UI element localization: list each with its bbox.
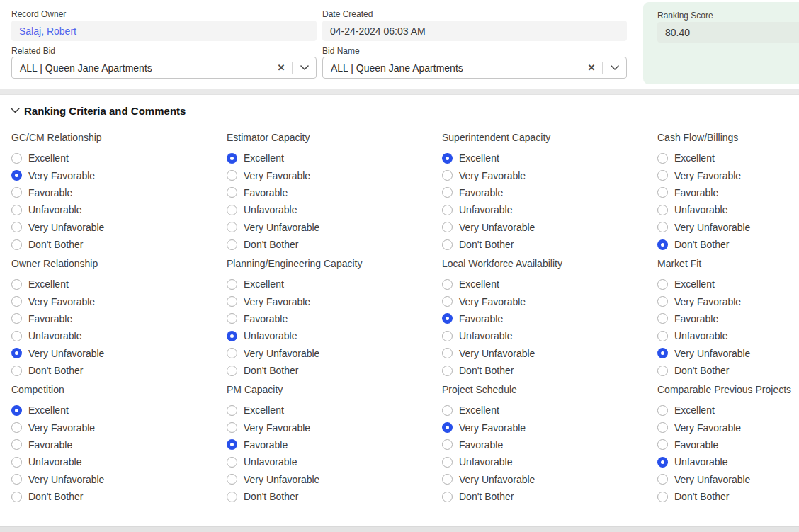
radio-icon[interactable] <box>442 239 453 250</box>
radio-option-don-t-bother[interactable]: Don't Bother <box>227 488 442 505</box>
radio-option-don-t-bother[interactable]: Don't Bother <box>11 488 227 505</box>
chevron-down-icon[interactable] <box>293 65 316 70</box>
radio-option-unfavorable[interactable]: Unfavorable <box>11 327 227 344</box>
radio-icon[interactable] <box>442 187 453 198</box>
radio-option-unfavorable[interactable]: Unfavorable <box>227 201 442 218</box>
radio-icon[interactable] <box>11 296 22 307</box>
radio-option-excellent[interactable]: Excellent <box>227 149 442 166</box>
radio-icon[interactable] <box>442 474 453 485</box>
radio-option-excellent[interactable]: Excellent <box>657 402 799 419</box>
bid-name-input[interactable]: ALL | Queen Jane Apartments <box>323 62 581 74</box>
radio-icon[interactable] <box>442 457 453 468</box>
radio-option-unfavorable[interactable]: Unfavorable <box>657 327 799 344</box>
radio-icon[interactable] <box>11 153 22 164</box>
radio-option-unfavorable[interactable]: Unfavorable <box>657 201 799 218</box>
radio-icon[interactable] <box>442 331 453 341</box>
radio-option-favorable[interactable]: Favorable <box>657 436 799 453</box>
radio-option-favorable[interactable]: Favorable <box>442 184 657 201</box>
radio-option-favorable[interactable]: Favorable <box>442 310 657 327</box>
radio-icon[interactable] <box>227 222 237 232</box>
radio-option-don-t-bother[interactable]: Don't Bother <box>657 236 799 253</box>
radio-option-favorable[interactable]: Favorable <box>227 310 442 327</box>
radio-option-very-unfavorable[interactable]: Very Unfavorable <box>11 471 227 488</box>
radio-icon[interactable] <box>227 422 237 433</box>
radio-icon[interactable] <box>11 205 22 215</box>
radio-option-very-favorable[interactable]: Very Favorable <box>227 419 442 436</box>
radio-selected-icon[interactable] <box>227 439 237 450</box>
radio-option-favorable[interactable]: Favorable <box>657 184 799 201</box>
radio-option-very-unfavorable[interactable]: Very Unfavorable <box>442 219 657 236</box>
radio-icon[interactable] <box>227 170 237 181</box>
radio-icon[interactable] <box>657 222 668 232</box>
radio-option-excellent[interactable]: Excellent <box>657 276 799 293</box>
radio-option-unfavorable[interactable]: Unfavorable <box>11 201 227 218</box>
radio-icon[interactable] <box>227 474 237 485</box>
clear-icon[interactable]: ✕ <box>581 57 602 78</box>
radio-option-unfavorable[interactable]: Unfavorable <box>227 453 442 470</box>
radio-option-excellent[interactable]: Excellent <box>442 276 657 293</box>
radio-selected-icon[interactable] <box>227 153 237 164</box>
radio-option-favorable[interactable]: Favorable <box>227 184 442 201</box>
radio-option-very-unfavorable[interactable]: Very Unfavorable <box>442 471 657 488</box>
radio-icon[interactable] <box>227 296 237 307</box>
radio-option-don-t-bother[interactable]: Don't Bother <box>11 236 227 253</box>
radio-option-very-favorable[interactable]: Very Favorable <box>11 293 227 310</box>
radio-option-excellent[interactable]: Excellent <box>227 276 442 293</box>
chevron-down-icon[interactable] <box>603 65 626 70</box>
radio-option-excellent[interactable]: Excellent <box>442 402 657 419</box>
radio-icon[interactable] <box>442 205 453 215</box>
radio-icon[interactable] <box>657 492 668 502</box>
radio-option-very-favorable[interactable]: Very Favorable <box>442 419 657 436</box>
radio-icon[interactable] <box>657 187 668 198</box>
radio-icon[interactable] <box>227 279 237 290</box>
radio-option-favorable[interactable]: Favorable <box>227 436 442 453</box>
radio-option-favorable[interactable]: Favorable <box>657 310 799 327</box>
radio-icon[interactable] <box>442 366 453 376</box>
radio-icon[interactable] <box>657 331 668 341</box>
radio-icon[interactable] <box>442 279 453 290</box>
radio-icon[interactable] <box>11 279 22 290</box>
radio-icon[interactable] <box>11 366 22 376</box>
radio-option-unfavorable[interactable]: Unfavorable <box>442 453 657 470</box>
radio-option-very-favorable[interactable]: Very Favorable <box>657 166 799 183</box>
related-bid-combobox[interactable]: ALL | Queen Jane Apartments ✕ <box>11 57 317 79</box>
radio-option-very-unfavorable[interactable]: Very Unfavorable <box>657 471 799 488</box>
radio-option-don-t-bother[interactable]: Don't Bother <box>442 488 657 505</box>
radio-option-excellent[interactable]: Excellent <box>11 402 227 419</box>
radio-icon[interactable] <box>657 279 668 290</box>
radio-icon[interactable] <box>227 366 237 376</box>
radio-selected-icon[interactable] <box>442 153 453 164</box>
radio-icon[interactable] <box>227 205 237 215</box>
radio-option-favorable[interactable]: Favorable <box>11 310 227 327</box>
radio-option-favorable[interactable]: Favorable <box>442 436 657 453</box>
radio-option-very-unfavorable[interactable]: Very Unfavorable <box>227 219 442 236</box>
radio-option-very-favorable[interactable]: Very Favorable <box>227 166 442 183</box>
radio-selected-icon[interactable] <box>11 348 22 358</box>
radio-icon[interactable] <box>657 422 668 433</box>
radio-icon[interactable] <box>11 457 22 468</box>
radio-option-favorable[interactable]: Favorable <box>11 184 227 201</box>
radio-icon[interactable] <box>657 405 668 416</box>
radio-selected-icon[interactable] <box>227 331 237 341</box>
radio-icon[interactable] <box>227 457 237 468</box>
radio-option-don-t-bother[interactable]: Don't Bother <box>227 236 442 253</box>
radio-icon[interactable] <box>11 222 22 232</box>
radio-icon[interactable] <box>227 239 237 250</box>
radio-icon[interactable] <box>442 170 453 181</box>
radio-selected-icon[interactable] <box>657 348 668 358</box>
radio-selected-icon[interactable] <box>442 313 453 324</box>
radio-option-don-t-bother[interactable]: Don't Bother <box>442 236 657 253</box>
radio-option-very-favorable[interactable]: Very Favorable <box>11 419 227 436</box>
radio-option-unfavorable[interactable]: Unfavorable <box>442 201 657 218</box>
radio-option-favorable[interactable]: Favorable <box>11 436 227 453</box>
chevron-down-icon[interactable] <box>7 103 23 118</box>
radio-icon[interactable] <box>657 313 668 324</box>
radio-icon[interactable] <box>657 296 668 307</box>
radio-icon[interactable] <box>11 331 22 341</box>
radio-icon[interactable] <box>227 348 237 358</box>
radio-option-very-favorable[interactable]: Very Favorable <box>11 166 227 183</box>
radio-icon[interactable] <box>11 422 22 433</box>
radio-selected-icon[interactable] <box>11 405 22 416</box>
radio-selected-icon[interactable] <box>11 170 22 181</box>
radio-option-very-favorable[interactable]: Very Favorable <box>442 166 657 183</box>
